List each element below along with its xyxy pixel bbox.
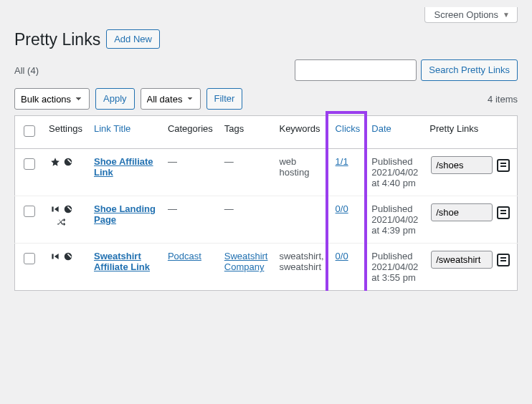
disable-icon[interactable] [62, 203, 74, 215]
category-link[interactable]: Podcast [168, 251, 201, 261]
keywords-cell: web hosting [273, 149, 329, 196]
tag-link[interactable]: Sweatshirt Company [224, 251, 268, 272]
clicks-link[interactable]: 0/0 [336, 251, 348, 261]
links-table: Settings Link Title Categories Tags Keyw… [14, 115, 518, 291]
search-input[interactable] [295, 59, 417, 81]
view-filter-all[interactable]: All (4) [14, 65, 39, 76]
star-icon[interactable] [49, 156, 61, 168]
screen-options-toggle[interactable]: Screen Options ▼ [424, 7, 518, 23]
filter-button[interactable]: Filter [206, 88, 243, 110]
row-checkbox[interactable] [24, 158, 35, 170]
slug-field[interactable] [431, 156, 493, 174]
slug-field[interactable] [431, 251, 493, 269]
date-filter-select[interactable]: All dates [141, 88, 201, 110]
select-all-checkbox[interactable] [24, 125, 35, 137]
link-title[interactable]: Shoe Landing Page [94, 203, 156, 225]
slug-field[interactable] [431, 203, 493, 221]
table-row: Shoe Landing Page — — 0/0 Published 2021… [15, 196, 518, 244]
chevron-down-icon: ▼ [503, 11, 510, 19]
bulk-actions-select[interactable]: Bulk actions [14, 88, 90, 110]
row-checkbox[interactable] [24, 206, 35, 217]
table-row: Sweatshirt Affiliate Link Podcast Sweats… [15, 244, 518, 291]
items-count: 4 items [488, 94, 518, 105]
col-date[interactable]: Date [371, 123, 391, 134]
col-categories: Categories [162, 116, 219, 149]
shuffle-icon[interactable] [56, 216, 67, 228]
col-pretty: Pretty Links [424, 116, 517, 149]
screen-options-label: Screen Options [434, 9, 498, 20]
col-tags: Tags [219, 116, 274, 149]
col-settings: Settings [43, 116, 88, 149]
add-new-button[interactable]: Add New [106, 29, 160, 49]
col-keywords: Keywords [273, 116, 329, 149]
copy-icon[interactable] [497, 254, 510, 266]
row-checkbox[interactable] [24, 253, 35, 264]
copy-icon[interactable] [497, 159, 510, 172]
link-title[interactable]: Sweatshirt Affiliate Link [94, 251, 150, 272]
keywords-cell: sweatshirt, sweatshirt [273, 244, 329, 291]
date-cell: Published 2021/04/02 at 4:39 pm [366, 196, 424, 244]
link-title[interactable]: Shoe Affiliate Link [94, 156, 153, 178]
forward-icon[interactable] [49, 251, 61, 262]
disable-icon[interactable] [62, 156, 74, 168]
table-row: Shoe Affiliate Link — — web hosting 1/1 … [15, 149, 518, 196]
search-button[interactable]: Search Pretty Links [421, 59, 518, 81]
page-title: Pretty Links [14, 26, 100, 52]
clicks-link[interactable]: 1/1 [336, 156, 348, 167]
clicks-link[interactable]: 0/0 [336, 203, 348, 214]
forward-icon[interactable] [49, 203, 61, 215]
disable-icon[interactable] [62, 251, 74, 262]
date-cell: Published 2021/04/02 at 3:55 pm [366, 244, 424, 291]
apply-button[interactable]: Apply [95, 88, 135, 110]
keywords-cell [273, 196, 329, 244]
date-cell: Published 2021/04/02 at 4:40 pm [366, 149, 424, 196]
col-clicks[interactable]: Clicks [336, 123, 361, 134]
col-title[interactable]: Link Title [94, 123, 130, 134]
copy-icon[interactable] [497, 206, 510, 219]
